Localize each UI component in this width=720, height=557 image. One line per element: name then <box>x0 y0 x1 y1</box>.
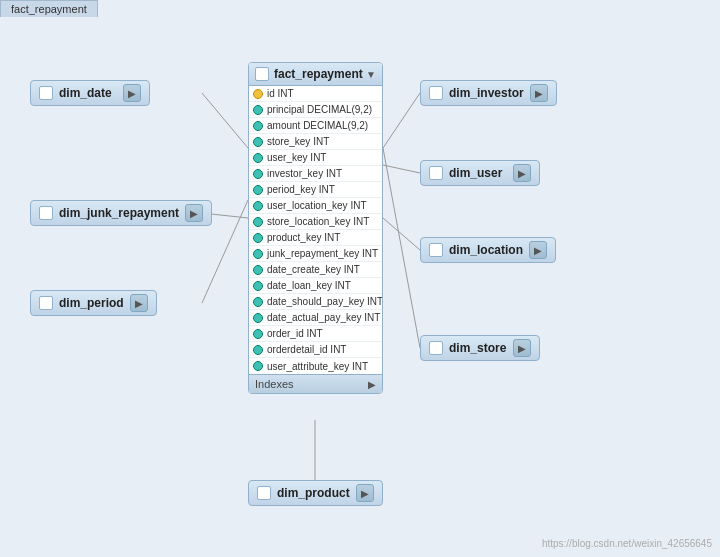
table-icon <box>257 486 271 500</box>
dim-table-label: dim_investor <box>449 86 524 100</box>
field-text: user_key INT <box>267 152 326 163</box>
foreign-key-icon <box>253 265 263 275</box>
foreign-key-icon <box>253 281 263 291</box>
fact-table-title: fact_repayment <box>274 67 363 81</box>
canvas: fact_repayment fact_repayment ▼ id INTpr… <box>0 0 720 557</box>
fact-row: product_key INT <box>249 230 382 246</box>
foreign-key-icon <box>253 137 263 147</box>
field-text: orderdetail_id INT <box>267 344 346 355</box>
arrow-button[interactable]: ▶ <box>513 164 531 182</box>
watermark: https://blog.csdn.net/weixin_42656645 <box>542 538 712 549</box>
table-icon <box>255 67 269 81</box>
tab-label: fact_repayment <box>0 0 98 17</box>
field-text: period_key INT <box>267 184 335 195</box>
arrow-button[interactable]: ▶ <box>185 204 203 222</box>
foreign-key-icon <box>253 153 263 163</box>
fact-row: order_id INT <box>249 326 382 342</box>
fact-row: junk_repayment_key INT <box>249 246 382 262</box>
dim-table-dim_period[interactable]: dim_period▶ <box>30 290 157 316</box>
fact-row: investor_key INT <box>249 166 382 182</box>
field-text: user_attribute_key INT <box>267 361 368 372</box>
fact-row: store_key INT <box>249 134 382 150</box>
dim-table-dim_product[interactable]: dim_product▶ <box>248 480 383 506</box>
fact-row: date_actual_pay_key INT <box>249 310 382 326</box>
foreign-key-icon <box>253 201 263 211</box>
field-text: investor_key INT <box>267 168 342 179</box>
fact-table-footer[interactable]: Indexes ▶ <box>249 374 382 393</box>
fact-row: user_attribute_key INT <box>249 358 382 374</box>
foreign-key-icon <box>253 361 263 371</box>
dim-table-dim_date[interactable]: dim_date▶ <box>30 80 150 106</box>
fact-row: principal DECIMAL(9,2) <box>249 102 382 118</box>
footer-arrow-icon: ▶ <box>368 379 376 390</box>
watermark-text: https://blog.csdn.net/weixin_42656645 <box>542 538 712 549</box>
foreign-key-icon <box>253 185 263 195</box>
fact-row: amount DECIMAL(9,2) <box>249 118 382 134</box>
table-icon <box>429 341 443 355</box>
dim-table-dim_investor[interactable]: dim_investor▶ <box>420 80 557 106</box>
foreign-key-icon <box>253 249 263 259</box>
table-icon <box>429 166 443 180</box>
arrow-button[interactable]: ▶ <box>513 339 531 357</box>
foreign-key-icon <box>253 217 263 227</box>
dim-table-label: dim_product <box>277 486 350 500</box>
field-text: product_key INT <box>267 232 340 243</box>
dim-table-label: dim_junk_repayment <box>59 206 179 220</box>
foreign-key-icon <box>253 105 263 115</box>
dim-table-dim_user[interactable]: dim_user▶ <box>420 160 540 186</box>
foreign-key-icon <box>253 297 263 307</box>
field-text: date_loan_key INT <box>267 280 351 291</box>
field-text: store_key INT <box>267 136 329 147</box>
fact-row: date_create_key INT <box>249 262 382 278</box>
foreign-key-icon <box>253 345 263 355</box>
arrow-button[interactable]: ▶ <box>530 84 548 102</box>
dim-table-dim_store[interactable]: dim_store▶ <box>420 335 540 361</box>
svg-line-3 <box>383 93 420 148</box>
foreign-key-icon <box>253 169 263 179</box>
fact-row: period_key INT <box>249 182 382 198</box>
fact-table-body: id INTprincipal DECIMAL(9,2)amount DECIM… <box>249 86 382 374</box>
table-icon <box>39 206 53 220</box>
fact-row: store_location_key INT <box>249 214 382 230</box>
svg-line-6 <box>383 148 420 348</box>
fact-row: date_should_pay_key INT <box>249 294 382 310</box>
svg-line-5 <box>383 218 420 250</box>
table-icon <box>39 296 53 310</box>
indexes-label: Indexes <box>255 378 294 390</box>
dim-table-label: dim_period <box>59 296 124 310</box>
dim-table-label: dim_date <box>59 86 117 100</box>
fact-row: orderdetail_id INT <box>249 342 382 358</box>
header-left: fact_repayment <box>255 67 363 81</box>
svg-line-0 <box>202 93 248 148</box>
primary-key-icon <box>253 89 263 99</box>
table-icon <box>429 86 443 100</box>
field-text: amount DECIMAL(9,2) <box>267 120 368 131</box>
arrow-button[interactable]: ▶ <box>529 241 547 259</box>
dim-table-dim_location[interactable]: dim_location▶ <box>420 237 556 263</box>
field-text: principal DECIMAL(9,2) <box>267 104 372 115</box>
arrow-button[interactable]: ▶ <box>130 294 148 312</box>
dim-table-label: dim_user <box>449 166 507 180</box>
field-text: date_create_key INT <box>267 264 360 275</box>
field-text: date_should_pay_key INT <box>267 296 383 307</box>
foreign-key-icon <box>253 313 263 323</box>
fact-table: fact_repayment ▼ id INTprincipal DECIMAL… <box>248 62 383 394</box>
field-text: user_location_key INT <box>267 200 367 211</box>
arrow-button[interactable]: ▶ <box>123 84 141 102</box>
field-text: order_id INT <box>267 328 323 339</box>
dropdown-arrow-icon[interactable]: ▼ <box>366 69 376 80</box>
foreign-key-icon <box>253 121 263 131</box>
tab-label-text: fact_repayment <box>11 3 87 15</box>
foreign-key-icon <box>253 233 263 243</box>
arrow-button[interactable]: ▶ <box>356 484 374 502</box>
dim-table-dim_junk_repayment[interactable]: dim_junk_repayment▶ <box>30 200 212 226</box>
field-text: id INT <box>267 88 294 99</box>
fact-table-header: fact_repayment ▼ <box>249 63 382 86</box>
fact-row: date_loan_key INT <box>249 278 382 294</box>
table-icon <box>429 243 443 257</box>
foreign-key-icon <box>253 329 263 339</box>
field-text: date_actual_pay_key INT <box>267 312 380 323</box>
dim-table-label: dim_location <box>449 243 523 257</box>
dim-table-label: dim_store <box>449 341 507 355</box>
svg-line-4 <box>383 165 420 173</box>
